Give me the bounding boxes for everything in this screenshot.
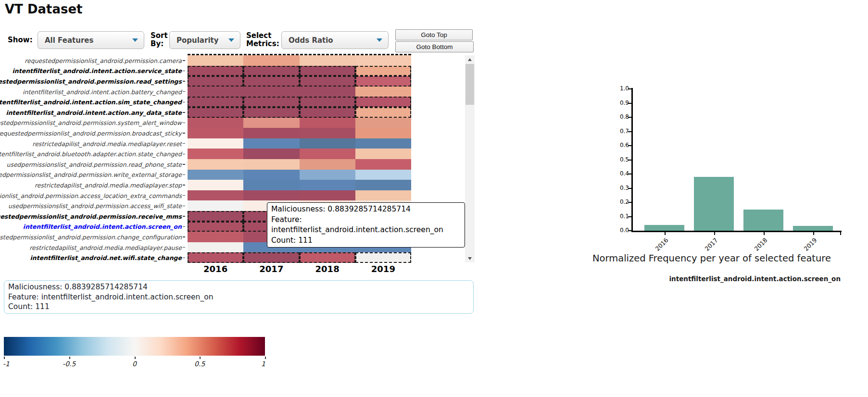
feature-label[interactable]: requestedpermissionlist_android.permissi…	[25, 57, 182, 64]
heatmap-cell[interactable]	[188, 138, 243, 149]
heatmap-cell[interactable]	[188, 66, 243, 76]
heatmap-cell[interactable]	[243, 97, 299, 107]
feature-label[interactable]: intentfilterlist_android.intent.action.s…	[13, 67, 182, 74]
select-metrics-dropdown[interactable]: Odds Ratio	[281, 31, 389, 49]
heatmap-cell[interactable]	[243, 76, 299, 87]
feature-label[interactable]: requestedpermissionlist_android.permissi…	[0, 119, 182, 126]
heatmap-cell[interactable]	[188, 180, 243, 190]
heatmap-cell[interactable]	[243, 180, 299, 190]
heatmap-cell[interactable]	[188, 97, 243, 107]
heatmap-cell[interactable]	[188, 211, 243, 222]
heatmap-cell[interactable]	[188, 107, 243, 118]
heatmap-cell[interactable]	[300, 87, 355, 97]
heatmap-cell[interactable]	[300, 76, 355, 87]
heatmap-cell[interactable]	[243, 170, 299, 180]
heatmap-cell[interactable]	[355, 118, 411, 128]
heatmap-cell[interactable]	[300, 252, 355, 263]
heatmap-cell[interactable]	[355, 138, 411, 149]
heatmap-cell[interactable]	[243, 66, 299, 76]
heatmap-cell[interactable]	[300, 128, 355, 138]
heatmap-cell[interactable]	[188, 76, 243, 87]
heatmap-scrollbar[interactable]	[465, 55, 475, 262]
heatmap-cell[interactable]	[355, 252, 411, 263]
heatmap-cell[interactable]	[355, 66, 411, 76]
feature-label[interactable]: restrictedapilist_android.media.mediapla…	[32, 140, 182, 147]
heatmap-cell[interactable]	[300, 97, 355, 107]
feature-label[interactable]: intentfilterlist_android.intent.action.s…	[23, 223, 182, 230]
heatmap-cell[interactable]	[355, 97, 411, 107]
heatmap-cell[interactable]	[243, 87, 299, 97]
sort-by-dropdown[interactable]: Popularity	[169, 31, 240, 49]
show-features-dropdown[interactable]: All Features	[38, 31, 144, 49]
heatmap-cell[interactable]	[188, 190, 243, 201]
scrollbar-up-button[interactable]	[465, 55, 475, 63]
barchart-y-tick-label: 0.5	[609, 156, 629, 163]
heatmap-cell[interactable]	[188, 55, 243, 66]
feature-label[interactable]: requestedpermissionlist_android.permissi…	[0, 129, 182, 136]
heatmap-cell[interactable]	[243, 107, 299, 118]
heatmap-cell[interactable]	[355, 149, 411, 159]
heatmap-cell[interactable]	[188, 252, 243, 263]
heatmap-cell[interactable]	[188, 232, 243, 242]
heatmap-cell[interactable]	[188, 87, 243, 97]
heatmap-cell[interactable]	[243, 149, 299, 159]
heatmap-cell[interactable]	[300, 118, 355, 128]
barchart-y-tick	[628, 88, 632, 89]
heatmap-cell[interactable]	[243, 128, 299, 138]
heatmap-cell[interactable]	[300, 190, 355, 201]
heatmap-cell[interactable]	[243, 55, 299, 66]
feature-label[interactable]: restrictedapilist_android.media.mediapla…	[29, 244, 182, 251]
heatmap-cell[interactable]	[355, 180, 411, 190]
heatmap-cell[interactable]	[300, 180, 355, 190]
feature-label[interactable]: requestedpermissionlist_android.permissi…	[0, 77, 182, 85]
feature-label[interactable]: intentfilterlist_android.intent.action.s…	[0, 99, 182, 106]
heatmap-cell[interactable]	[300, 170, 355, 180]
feature-label[interactable]: restrictedapilist_android.media.mediapla…	[35, 181, 182, 188]
heatmap-cell[interactable]	[188, 200, 243, 211]
heatmap-cell[interactable]	[300, 149, 355, 159]
heatmap-cell[interactable]	[243, 138, 299, 149]
heatmap-cell[interactable]	[300, 66, 355, 76]
heatmap-cell[interactable]	[355, 170, 411, 180]
heatmap-cell[interactable]	[188, 242, 243, 253]
heatmap-cell[interactable]	[355, 76, 411, 87]
feature-label[interactable]: requestedpermissionlist_android.permissi…	[0, 233, 182, 240]
heatmap-cell[interactable]	[300, 138, 355, 149]
feature-label[interactable]: intentfilterlist_android.intent.action.a…	[6, 109, 182, 116]
feature-label[interactable]: usedpermissionslist_android.permission.a…	[8, 202, 182, 210]
y-axis-tick	[183, 71, 185, 72]
goto-top-button[interactable]: Goto Top	[395, 29, 473, 40]
feature-label[interactable]: intentfilterlist_android.intent.action.b…	[23, 88, 182, 95]
feature-label[interactable]: usedpermissionslist_android.permission.r…	[6, 161, 182, 168]
heatmap-cell[interactable]	[355, 55, 411, 66]
heatmap-cell[interactable]	[355, 190, 411, 201]
heatmap-cell[interactable]	[300, 107, 355, 118]
heatmap-cell[interactable]	[355, 159, 411, 170]
barchart-x-tick	[665, 232, 666, 235]
heatmap-cell[interactable]	[355, 107, 411, 118]
feature-label[interactable]: requestedpermissionlist_android.permissi…	[0, 192, 182, 199]
heatmap-cell[interactable]	[188, 149, 243, 159]
heatmap-cell[interactable]	[355, 128, 411, 138]
heatmap-cell[interactable]	[188, 118, 243, 128]
heatmap-cell[interactable]	[355, 87, 411, 97]
heatmap-cell[interactable]	[188, 222, 243, 232]
feature-label[interactable]: intentfilterlist_android.net.wifi.state_…	[30, 254, 182, 261]
heatmap-cell[interactable]	[300, 159, 355, 170]
heatmap-cell[interactable]	[188, 128, 243, 138]
feature-label[interactable]: intentfilterlist_android.bluetooth.adapt…	[0, 150, 182, 158]
goto-bottom-button[interactable]: Goto Bottom	[395, 41, 474, 52]
feature-label[interactable]: requestedpermissionlist_android.permissi…	[0, 212, 182, 220]
barchart-y-tick-label: 1.0	[609, 85, 629, 92]
heatmap-cell[interactable]	[243, 252, 299, 263]
barchart-y-tick-label: 0.3	[609, 185, 629, 191]
scrollbar-down-button[interactable]	[465, 254, 475, 262]
heatmap-cell[interactable]	[300, 55, 355, 66]
heatmap-cell[interactable]	[243, 190, 299, 201]
feature-label[interactable]: usedpermissionslist_android.permission.w…	[0, 171, 182, 178]
heatmap-cell[interactable]	[188, 159, 243, 170]
scrollbar-thumb[interactable]	[465, 64, 474, 105]
heatmap-cell[interactable]	[188, 170, 243, 180]
heatmap-cell[interactable]	[243, 118, 299, 128]
heatmap-cell[interactable]	[243, 159, 299, 170]
